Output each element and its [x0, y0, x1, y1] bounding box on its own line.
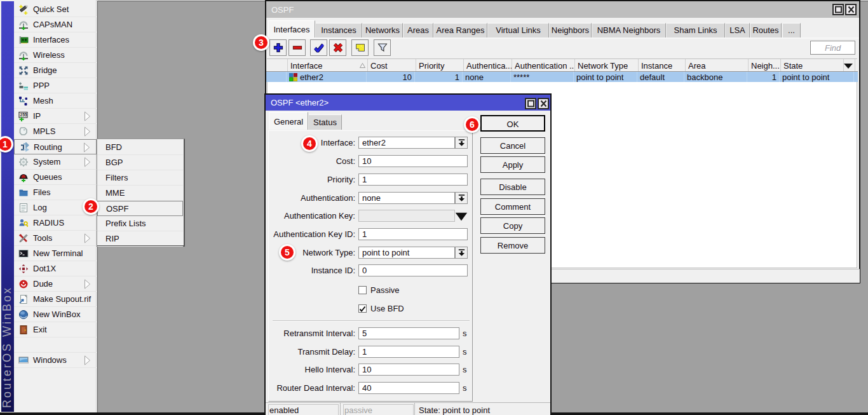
svg-text:255: 255: [20, 112, 27, 117]
